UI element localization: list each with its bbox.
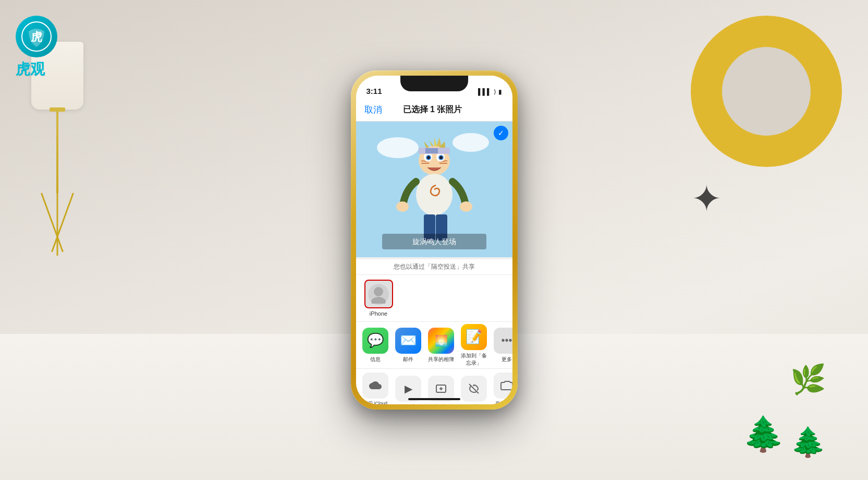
iphone-frame: 3:11 ▌▌▌ ⟩ ▮ 取消 已选择 1 张照片 [351,70,518,410]
phone: 3:11 ▌▌▌ ⟩ ▮ 取消 已选择 1 张照片 [351,70,518,410]
cancel-button[interactable]: 取消 [364,104,382,116]
status-time: 3:11 [366,87,382,95]
share-prompt: 您也以通过「隔空投送」共享 [356,259,512,275]
svg-point-24 [416,174,453,215]
home-indicator [408,398,460,400]
hide-label: 隐藏 [469,404,479,404]
pinecone-1: 🌲 [742,414,785,454]
slideshow-label: 幻灯片 [401,404,415,404]
more-label: 更多 [502,356,512,363]
airdrop-avatar [364,280,393,308]
svg-text:旋涡鸣人登场: 旋涡鸣人登场 [412,237,456,246]
action-icloud[interactable]: 拷贝 iCloud 链接 [361,373,390,404]
airdrop-section: iPhone [356,275,512,322]
yellow-ring-decoration [691,16,842,167]
svg-point-19 [427,156,430,159]
svg-point-4 [453,133,489,152]
svg-rect-22 [425,148,438,153]
mail-icon: ✉️ [395,328,421,354]
messages-label: 信息 [370,356,381,363]
icloud-icon [362,373,388,399]
star-decoration: ✦ [691,177,722,220]
share-app-notes[interactable]: 📝 添加到「备忘录」 [460,324,488,367]
airdrop-device[interactable]: iPhone [364,280,393,317]
svg-point-25 [396,201,409,212]
notch [400,76,468,91]
wifi-icon: ⟩ [494,88,496,95]
pine-branch: 🌿 [790,363,826,397]
pinecone-2: 🌲 [790,425,826,459]
shared-photos-icon: 🌅 [428,328,454,354]
share-app-messages[interactable]: 💬 信息 [361,328,390,363]
messages-icon: 💬 [362,328,388,354]
action-hide[interactable]: 隐藏 [460,376,488,404]
icloud-label: 拷贝 iCloud 链接 [361,401,390,404]
photo-preview: 旋涡鸣人登场 ✓ [356,122,512,257]
notes-icon: 📝 [461,324,487,350]
signal-icon: ▌▌▌ [478,88,492,95]
hide-icon [461,376,487,402]
svg-point-26 [460,201,472,212]
share-app-photos[interactable]: 🌅 共享的相簿 [427,328,456,363]
logo-text: 虎观 [16,59,78,79]
share-apps-row: 💬 信息 ✉️ 邮件 🌅 共享的相簿 📝 添加到「备忘录」 ••• 更 [356,322,512,369]
logo: 虎 虎观 [16,16,78,68]
share-app-mail[interactable]: ✉️ 邮件 [394,328,423,363]
more-icon: ••• [494,328,512,354]
action-save-files[interactable]: 存储到「文件」 [493,373,512,404]
nav-title: 已选择 1 张照片 [403,104,462,115]
share-hint-text: 您也以通过「隔空投送」共享 [394,262,475,271]
add-album-label: 添加到相簿 [430,404,453,404]
share-app-more[interactable]: ••• 更多 [493,328,512,363]
svg-text:虎: 虎 [30,30,42,43]
save-files-icon [494,373,512,399]
nav-bar: 取消 已选择 1 张照片 [356,99,512,122]
status-icons: ▌▌▌ ⟩ ▮ [478,88,502,95]
svg-point-20 [439,156,443,159]
notes-label: 添加到「备忘录」 [460,352,488,367]
svg-point-3 [377,137,419,158]
selection-badge: ✓ [494,126,508,140]
svg-point-32 [371,297,386,304]
save-files-label: 存储到「文件」 [493,401,512,404]
iphone-screen: 3:11 ▌▌▌ ⟩ ▮ 取消 已选择 1 张照片 [356,76,512,404]
svg-point-31 [374,287,383,296]
shared-photos-label: 共享的相簿 [428,356,454,363]
airdrop-device-name: iPhone [370,310,387,317]
battery-icon: ▮ [498,88,502,95]
mail-label: 邮件 [403,356,413,363]
